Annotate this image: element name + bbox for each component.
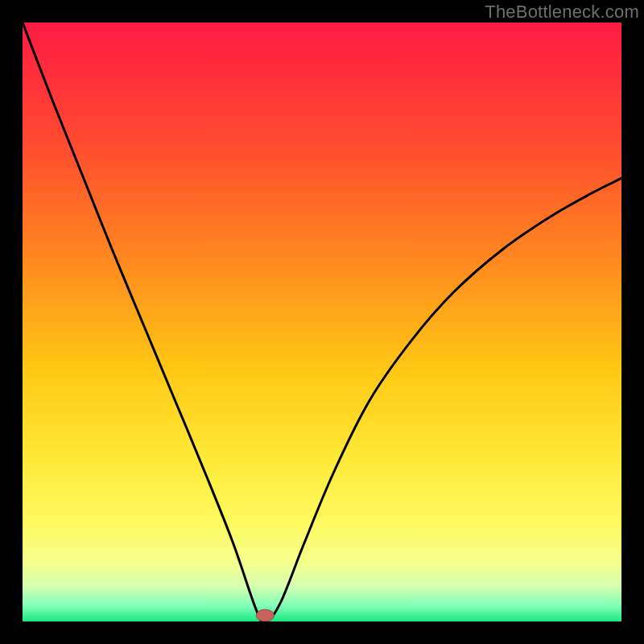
plot-area xyxy=(23,23,621,621)
chart-frame: TheBottleneck.com xyxy=(0,0,644,644)
minimum-marker xyxy=(256,609,274,621)
watermark-text: TheBottleneck.com xyxy=(485,2,639,23)
gradient-background xyxy=(23,23,621,621)
bottleneck-curve-chart xyxy=(23,23,621,621)
